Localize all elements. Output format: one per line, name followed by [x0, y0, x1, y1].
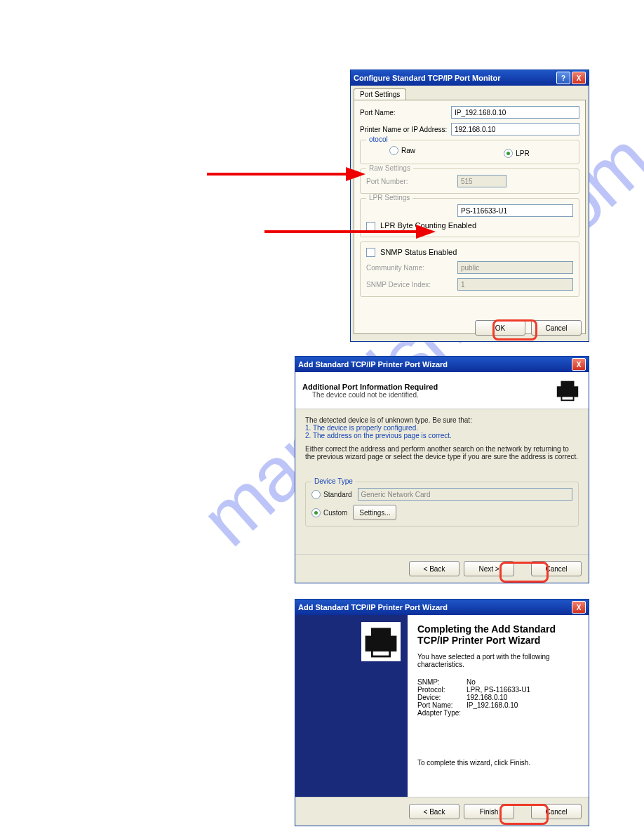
list-item-2: 2. The address on the previous page is c… — [305, 432, 579, 439]
title-text: Add Standard TCP/IP Printer Port Wizard — [298, 360, 570, 369]
svg-rect-5 — [365, 636, 397, 651]
settings-button[interactable]: Settings... — [353, 505, 396, 520]
radio-standard[interactable]: Standard — [311, 490, 352, 499]
community-input: public — [457, 261, 573, 274]
svg-rect-0 — [557, 386, 578, 397]
svg-rect-6 — [371, 628, 391, 637]
wizard-right-pane: Completing the Add Standard TCP/IP Print… — [408, 615, 589, 797]
dev-key: Device: — [417, 694, 467, 701]
device-type-group: Device Type Standard Generic Network Car… — [305, 482, 579, 527]
lpr-settings-title: LPR Settings — [366, 194, 412, 201]
printer-name-label: Printer Name or IP Address: — [360, 126, 451, 133]
port-key: Port Name: — [417, 701, 467, 709]
wizard-body: The detected device is of unknown type. … — [295, 409, 589, 534]
back-button[interactable]: < Back — [409, 804, 459, 819]
snmp-index-input: 1 — [457, 278, 573, 291]
radio-custom-dot — [311, 508, 321, 517]
raw-settings-group: Raw Settings Port Number: 515 — [360, 168, 579, 194]
radio-lpr-dot — [504, 149, 513, 158]
complete-intro: You have selected a port with the follow… — [417, 653, 579, 668]
para2: Either correct the address and perform a… — [305, 445, 579, 461]
printer-icon — [554, 377, 582, 404]
proto-val: LPR, PS-116633-U1 — [467, 686, 530, 694]
wizard-header: Additional Port Information Required The… — [295, 372, 589, 409]
snmp-val: No — [467, 678, 476, 686]
radio-raw[interactable]: Raw — [389, 146, 415, 155]
adapter-key: Adapter Type: — [417, 709, 467, 717]
radio-raw-dot — [389, 146, 398, 155]
back-button[interactable]: < Back — [409, 561, 459, 576]
ok-button[interactable]: OK — [475, 320, 525, 336]
svg-rect-3 — [562, 397, 572, 400]
close-button[interactable]: X — [572, 601, 586, 614]
snmp-row[interactable]: SNMP Status Enabled — [366, 248, 573, 258]
complete-text: To complete this wizard, click Finish. — [417, 759, 579, 767]
svg-rect-8 — [373, 651, 389, 656]
snmp-label: SNMP Status Enabled — [380, 248, 457, 256]
titlebar[interactable]: Configure Standard TCP/IP Port Monitor ?… — [351, 70, 589, 86]
lpr-byte-row[interactable]: LPR Byte Counting Enabled — [366, 221, 573, 231]
port-number-label: Port Number: — [366, 178, 457, 185]
wizard-left-pane — [295, 615, 408, 797]
tab-body: Port Name: IP_192.168.0.10 Printer Name … — [354, 100, 586, 334]
radio-custom-label: Custom — [323, 509, 347, 517]
radio-standard-label: Standard — [323, 491, 352, 498]
wizard-buttons: < Back Finish Cancel — [295, 797, 589, 826]
list-item-1: 1. The device is properly configured. — [305, 424, 579, 432]
svg-rect-1 — [561, 381, 575, 388]
snmp-key: SNMP: — [417, 678, 467, 686]
title-text: Add Standard TCP/IP Printer Port Wizard — [298, 603, 570, 611]
complete-title: Completing the Add Standard TCP/IP Print… — [417, 623, 579, 646]
port-name-input[interactable]: IP_192.168.0.10 — [451, 106, 579, 119]
wizard-header-title: Additional Port Information Required — [302, 383, 554, 391]
intro-text: The detected device is of unknown type. … — [305, 416, 579, 424]
radio-standard-dot — [311, 490, 321, 499]
protocol-group-title: otocol — [366, 135, 391, 143]
dialog-wizard-complete: Add Standard TCP/IP Printer Port Wizard … — [295, 599, 589, 826]
community-label: Community Name: — [366, 264, 457, 272]
radio-lpr-label: LPR — [516, 150, 529, 157]
close-button[interactable]: X — [572, 358, 586, 371]
finish-button[interactable]: Finish — [464, 804, 514, 819]
lpr-byte-checkbox[interactable] — [366, 222, 375, 231]
raw-settings-title: Raw Settings — [366, 164, 413, 172]
tab-port-settings[interactable]: Port Settings — [354, 88, 406, 100]
device-type-title: Device Type — [311, 477, 356, 485]
radio-custom[interactable]: Custom — [311, 508, 347, 517]
dialog-wizard-info: Add Standard TCP/IP Printer Port Wizard … — [295, 356, 589, 583]
snmp-group: SNMP Status Enabled Community Name: publ… — [360, 241, 579, 298]
titlebar[interactable]: Add Standard TCP/IP Printer Port Wizard … — [295, 357, 589, 372]
dialog-port-monitor: Configure Standard TCP/IP Port Monitor ?… — [350, 70, 589, 342]
radio-lpr[interactable]: LPR — [504, 149, 529, 158]
cancel-button[interactable]: Cancel — [531, 561, 582, 576]
wizard-header-sub: The device could not be identified. — [312, 391, 554, 399]
title-text: Configure Standard TCP/IP Port Monitor — [354, 74, 555, 82]
help-button[interactable]: ? — [556, 72, 570, 84]
printer-name-input[interactable]: 192.168.0.10 — [451, 123, 579, 135]
tab-row: Port Settings — [354, 88, 586, 100]
snmp-checkbox[interactable] — [366, 248, 375, 257]
radio-raw-label: Raw — [401, 147, 415, 154]
queue-input[interactable]: PS-116633-U1 — [457, 204, 573, 217]
dev-val: 192.168.0.10 — [467, 694, 507, 701]
standard-dropdown: Generic Network Card — [358, 488, 572, 501]
titlebar[interactable]: Add Standard TCP/IP Printer Port Wizard … — [295, 600, 589, 615]
printer-icon — [361, 622, 401, 661]
port-number-input: 515 — [457, 175, 507, 187]
proto-key: Protocol: — [417, 686, 467, 694]
close-button[interactable]: X — [572, 72, 586, 84]
protocol-group: otocol Raw LPR — [360, 140, 579, 164]
wizard-buttons: < Back Next > Cancel — [295, 554, 589, 583]
snmp-index-label: SNMP Device Index: — [366, 281, 457, 289]
port-name-label: Port Name: — [360, 109, 451, 117]
cancel-button[interactable]: Cancel — [531, 804, 582, 819]
next-button[interactable]: Next > — [464, 561, 514, 576]
port-val: IP_192.168.0.10 — [467, 701, 518, 709]
cancel-button[interactable]: Cancel — [531, 320, 582, 336]
